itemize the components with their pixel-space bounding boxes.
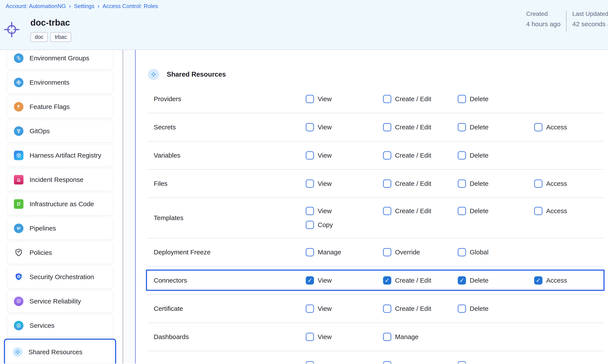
sidebar-item-pipelines[interactable]: Pipelines xyxy=(7,217,113,240)
checkbox-secrets-access[interactable] xyxy=(534,123,542,131)
sidebar-item-feature-flags[interactable]: Feature Flags xyxy=(7,95,113,118)
breadcrumb-link-access-control-roles[interactable]: Access Control: Roles xyxy=(103,3,158,9)
permission-row-templates: TemplatesViewCreate / EditDeleteAccessCo… xyxy=(147,198,603,238)
checkbox-templates-view[interactable] xyxy=(306,207,314,215)
permission-delete: Delete xyxy=(458,207,534,215)
tag-trbac: trbac xyxy=(50,32,71,42)
resource-label: Files xyxy=(147,180,306,187)
checkbox-providers-delete[interactable] xyxy=(458,95,466,103)
incident-response-icon xyxy=(14,175,24,184)
permission-manage: Manage xyxy=(306,248,383,256)
checkbox-dashboards-manage[interactable] xyxy=(383,333,391,341)
checkbox-variables-delete[interactable] xyxy=(458,151,466,159)
permission-label: Delete xyxy=(470,152,489,159)
checkbox-certificate-create-edit[interactable] xyxy=(383,305,391,313)
checkbox-providers-view[interactable] xyxy=(306,95,314,103)
checkbox-files-create-edit[interactable] xyxy=(383,180,391,188)
permission-label: Delete xyxy=(470,277,489,284)
role-target-icon xyxy=(3,21,20,38)
checkbox-variables-create-edit[interactable] xyxy=(383,151,391,159)
sidebar-item-policies[interactable]: Policies xyxy=(7,241,113,264)
sidebar-item-label: Infrastructure as Code xyxy=(29,200,94,208)
permission-global: Global xyxy=(458,248,534,256)
permission-create-edit: Create / Edit xyxy=(383,207,458,215)
breadcrumb-link-account-automationng[interactable]: Account: AutomationNG xyxy=(6,3,66,9)
checkbox-row-1[interactable] xyxy=(383,361,391,364)
checkbox-connectors-access[interactable]: ✓ xyxy=(534,276,542,285)
sidebar-item-label: Security Orchestration xyxy=(29,273,94,281)
sidebar-item-label: Policies xyxy=(29,249,52,256)
resource-label: Connectors xyxy=(147,277,306,284)
permission-view: View xyxy=(306,180,383,188)
checkbox-files-delete[interactable] xyxy=(458,180,466,188)
sidebar-item-label: Feature Flags xyxy=(29,103,70,110)
breadcrumb-link-settings[interactable]: Settings xyxy=(74,3,94,9)
permission-view: View xyxy=(306,123,383,131)
checkbox-templates-access[interactable] xyxy=(534,207,542,215)
checkbox-secrets-view[interactable] xyxy=(306,123,314,131)
checkbox-deployment-freeze-manage[interactable] xyxy=(306,248,314,256)
permission-label: Delete xyxy=(470,95,489,103)
sidebar-item-gitops[interactable]: GitOps xyxy=(7,120,113,143)
checkbox-connectors-create-edit[interactable]: ✓ xyxy=(383,276,391,285)
checkbox-files-view[interactable] xyxy=(306,180,314,188)
checkbox-secrets-create-edit[interactable] xyxy=(383,123,391,131)
checkbox-secrets-delete[interactable] xyxy=(458,123,466,131)
checkbox-row-0[interactable] xyxy=(306,361,314,364)
permission-view: View xyxy=(306,305,383,313)
checkbox-connectors-delete[interactable]: ✓ xyxy=(458,276,466,285)
checkbox-templates-copy[interactable] xyxy=(306,221,314,229)
sidebar-item-label: Services xyxy=(29,322,54,329)
permission-label: View xyxy=(318,333,331,340)
checkbox-deployment-freeze-global[interactable] xyxy=(458,248,466,256)
checkbox-providers-create-edit[interactable] xyxy=(383,95,391,103)
permission-label: Delete xyxy=(470,124,489,131)
permission-view: ✓View xyxy=(306,276,383,285)
checkbox-row-2[interactable] xyxy=(458,361,466,364)
checkbox-certificate-view[interactable] xyxy=(306,305,314,313)
sidebar-item-security-orchestration[interactable]: Security Orchestration xyxy=(7,266,113,288)
checkbox-connectors-view[interactable]: ✓ xyxy=(306,276,314,285)
sidebar-item-environment-groups[interactable]: Environment Groups xyxy=(7,50,113,69)
permission-row-connectors: Connectors✓View✓Create / Edit✓Delete✓Acc… xyxy=(147,267,603,295)
permission-label: Override xyxy=(395,248,420,256)
permission-manage: Manage xyxy=(383,333,458,341)
permission-label: View xyxy=(318,180,331,187)
sidebar-item-environments[interactable]: Environments xyxy=(7,71,113,94)
chevron-right-icon: › xyxy=(97,3,99,9)
iac-icon xyxy=(14,199,24,209)
resource-label: Templates xyxy=(147,214,306,221)
sidebar-item-harness-artifact-registry[interactable]: Harness Artifact Registry xyxy=(7,144,113,167)
checkbox-templates-create-edit[interactable] xyxy=(383,207,391,215)
checkbox-certificate-delete[interactable] xyxy=(458,305,466,313)
sidebar-item-service-reliability[interactable]: Service Reliability xyxy=(7,290,113,312)
permission-label: Global xyxy=(470,248,489,256)
sidebar-item-label: Incident Response xyxy=(29,176,84,183)
sidebar-item-shared-resources[interactable]: Shared Resources xyxy=(6,341,114,363)
permission-row-providers: ProvidersViewCreate / EditDelete xyxy=(147,85,603,113)
checkbox-templates-delete[interactable] xyxy=(458,207,466,215)
resource-label: Variables xyxy=(147,152,306,159)
checkbox-dashboards-view[interactable] xyxy=(306,333,314,341)
gitops-icon xyxy=(14,126,24,136)
last-updated-value: 42 seconds ago xyxy=(572,20,608,28)
sidebar-item-incident-response[interactable]: Incident Response xyxy=(7,169,113,191)
services-icon xyxy=(14,321,24,330)
checkbox-variables-view[interactable] xyxy=(306,151,314,159)
permission-delete: Delete xyxy=(458,180,534,188)
permission-create-edit: Create / Edit xyxy=(383,151,458,159)
checkbox-files-access[interactable] xyxy=(534,180,542,188)
security-orchestration-icon xyxy=(14,272,24,282)
sidebar-item-infrastructure-as-code[interactable]: Infrastructure as Code xyxy=(7,193,113,215)
permission-label: Delete xyxy=(470,207,489,215)
sidebar-item-services[interactable]: Services xyxy=(7,314,113,337)
permission-copy: Copy xyxy=(306,221,383,229)
environment-groups-icon xyxy=(14,53,24,63)
pane-separator xyxy=(123,50,136,364)
permission-view: View xyxy=(306,333,383,341)
checkbox-deployment-freeze-override[interactable] xyxy=(383,248,391,256)
permission-access: Access xyxy=(534,180,603,188)
permission-view: View xyxy=(306,95,383,103)
permission-access: Access xyxy=(534,123,603,131)
permission-checkbox xyxy=(383,361,458,364)
